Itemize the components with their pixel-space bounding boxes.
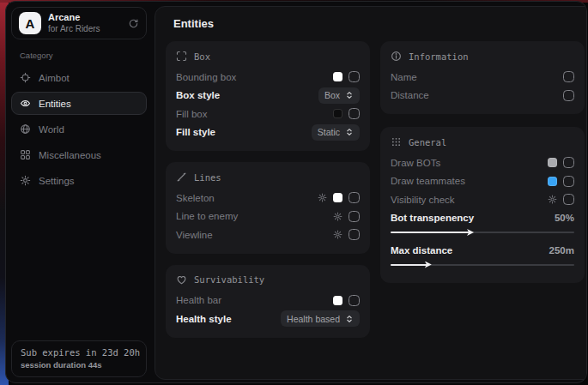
row-label: Health style [176,314,232,324]
checkbox[interactable] [563,71,574,82]
dropdown-value: Static [318,127,340,137]
fill-style-dropdown[interactable]: Static [312,124,360,141]
setting-row-visibility-check: Visibility check [391,190,574,209]
color-swatch[interactable] [333,72,342,81]
card-survivability: Survivability Health bar Health style He… [166,265,370,338]
dropdown-value: Health based [287,314,340,324]
row-settings-gear-icon[interactable] [333,230,342,239]
checkbox[interactable] [563,176,574,187]
subscription-info-box: Sub expires in 23d 20h session duration … [11,340,147,377]
color-swatch[interactable] [548,177,557,186]
checkbox[interactable] [349,295,360,306]
slider-value: 50% [555,213,574,223]
globe-icon [20,123,31,135]
checkbox[interactable] [349,108,360,119]
setting-row-health-style: Health style Health based [176,310,360,328]
gear-icon [20,175,31,186]
card-lines: Lines Skeleton [166,162,370,254]
sidebar-item-label: Miscellaneous [39,150,101,160]
checkbox[interactable] [349,71,360,82]
setting-row-name: Name [391,68,574,87]
health-style-dropdown[interactable]: Health based [281,310,360,327]
row-settings-gear-icon[interactable] [548,195,557,204]
checkbox[interactable] [563,90,574,101]
row-label: Viewline [176,230,213,240]
sidebar-item-world[interactable]: World [11,117,147,141]
setting-row-viewline: Viewline [176,226,360,244]
setting-row-max-distance: Max distance 250m [391,241,574,260]
checkbox[interactable] [349,229,360,240]
sub-expiry-text: Sub expires in 23d 20h [21,347,137,358]
sidebar-item-label: World [39,124,64,135]
brand-header: A Arcane for Arc Riders [11,7,147,39]
setting-row-fill-box: Fill box [176,105,360,123]
card-survivability-header: Survivability [176,274,360,286]
page-title: Entities [173,17,585,30]
checkbox[interactable] [563,194,574,205]
card-lines-header: Lines [176,171,360,183]
row-label: Draw BOTs [391,158,440,168]
slider-value: 250m [549,245,574,256]
row-settings-gear-icon[interactable] [318,193,327,202]
color-swatch[interactable] [333,109,342,118]
checkbox[interactable] [349,211,360,222]
sidebar-item-miscellaneous[interactable]: Miscellaneous [11,143,147,166]
row-label: Skeleton [176,193,215,203]
max-distance-slider[interactable] [391,261,574,269]
brand-text: Arcane for Arc Riders [48,12,121,33]
bot-transparency-slider[interactable] [391,228,574,237]
slider-track [391,264,574,266]
sidebar-item-settings[interactable]: Settings [11,169,147,192]
main-panel: Entities Box Bounding box [155,6,587,380]
setting-row-distance: Distance [391,87,574,105]
color-swatch[interactable] [333,296,342,305]
chevron-up-down-icon [345,91,354,99]
sidebar-item-label: Aimbot [39,73,70,83]
sidebar-item-aimbot[interactable]: Aimbot [11,66,147,89]
card-information-header: Information [391,51,574,62]
session-duration-text: session duration 44s [21,360,137,370]
card-box: Box Bounding box Box style Box [166,41,370,151]
card-information: Information Name Distance [380,41,585,114]
chevron-up-down-icon [345,128,354,136]
row-label: Fill style [176,127,215,137]
left-column: Box Bounding box Box style Box [166,41,370,338]
box-style-dropdown[interactable]: Box [318,87,360,104]
app-subtitle: for Arc Riders [48,24,121,34]
checkbox[interactable] [349,192,360,203]
row-label: Bounding box [176,72,236,82]
color-swatch[interactable] [333,193,342,202]
slider-thumb[interactable] [425,262,432,268]
setting-row-line-to-enemy: Line to enemy [176,208,360,226]
sidebar-item-entities[interactable]: Entities [11,92,147,115]
setting-row-draw-bots: Draw BOTs [391,153,574,172]
category-label: Category [20,51,147,60]
card-box-header: Box [176,51,360,62]
row-label: Name [391,72,417,82]
sidebar: A Arcane for Arc Riders Category Aimbot [6,2,150,382]
setting-row-skeleton: Skeleton [176,189,360,208]
card-general-header: General [391,136,574,147]
setting-row-box-style: Box style Box [176,87,360,105]
right-column: Information Name Distance [380,41,585,338]
heart-icon [176,274,187,286]
crosshair-icon [20,72,31,83]
card-title: Lines [194,172,221,183]
row-label: Bot transpenency [391,213,474,223]
reload-icon[interactable] [128,18,139,29]
card-columns: Box Bounding box Box style Box [165,41,585,338]
sidebar-spacer [11,192,147,340]
row-settings-gear-icon[interactable] [333,212,342,221]
slider-track [391,232,574,233]
row-label: Visibility check [391,195,455,205]
slider-thumb[interactable] [467,229,474,236]
chevron-up-down-icon [345,315,354,323]
setting-row-health-bar: Health bar [176,292,360,310]
setting-row-bounding-box: Bounding box [176,68,360,87]
card-title: General [409,137,446,147]
setting-row-draw-teammates: Draw teammates [391,172,574,191]
checkbox[interactable] [563,157,574,168]
color-swatch[interactable] [548,158,557,167]
row-label: Health bar [176,295,221,305]
sidebar-nav: Aimbot Entities World Miscellaneous [11,66,147,192]
